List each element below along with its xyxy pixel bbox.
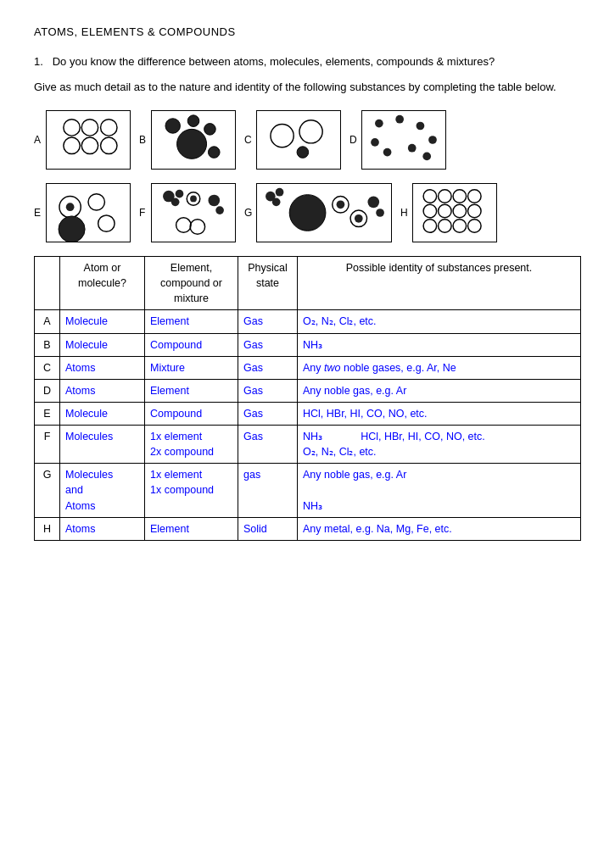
row-D-col4: Any noble gas, e.g. Ar <box>298 379 581 402</box>
row-label-B: B <box>35 333 60 356</box>
diagram-B-label: B <box>139 134 148 146</box>
svg-point-12 <box>299 120 322 143</box>
diagram-A-wrapper: A <box>34 110 131 170</box>
row-label-G: G <box>35 464 60 517</box>
answer-table: Atom ormolecule? Element,compound ormixt… <box>34 256 581 541</box>
svg-point-47 <box>439 190 452 203</box>
svg-point-28 <box>176 190 184 198</box>
svg-point-56 <box>453 220 467 233</box>
row-A-col3: Gas <box>238 310 298 333</box>
svg-point-21 <box>422 153 431 161</box>
svg-point-10 <box>208 147 220 159</box>
table-header-4: Possible identity of substances present. <box>298 257 581 310</box>
row-C-col3: Gas <box>238 356 298 379</box>
row-F-col4: NH₃ HCl, HBr, HI, CO, NO, etc.O₂, N₂, Cl… <box>298 426 581 464</box>
table-row-E: E Molecule Compound Gas HCl, HBr, HI, CO… <box>35 402 581 425</box>
row-H-col2: Element <box>145 517 238 540</box>
svg-point-51 <box>439 204 452 218</box>
svg-point-44 <box>367 197 379 209</box>
svg-point-2 <box>64 137 80 153</box>
diagram-F-label: F <box>139 207 148 219</box>
row-G-col2: 1x element1x compound <box>145 464 238 517</box>
row-G-col1: MoleculesandAtoms <box>60 464 145 517</box>
question-text: 1. Do you know the difference between at… <box>34 53 581 70</box>
diagram-D <box>361 110 446 170</box>
diagram-E <box>46 183 131 242</box>
row-H-col1: Atoms <box>60 517 145 540</box>
table-header-3: Physicalstate <box>238 257 298 310</box>
diagram-D-label: D <box>349 134 358 146</box>
row-F-col2: 1x element2x compound <box>145 426 238 464</box>
row-B-col2: Compound <box>145 333 238 356</box>
diagram-C-wrapper: C <box>244 110 341 170</box>
svg-point-45 <box>376 209 384 217</box>
row-E-col1: Molecule <box>60 402 145 425</box>
svg-point-14 <box>375 120 383 128</box>
page-title: ATOMS, ELEMENTS & COMPOUNDS <box>34 25 581 38</box>
svg-point-25 <box>59 216 85 242</box>
diagrams-row-1: A B C <box>34 110 581 170</box>
diagram-E-label: E <box>34 207 42 219</box>
table-row-F: F Molecules 1x element2x compound Gas NH… <box>35 426 581 464</box>
row-label-D: D <box>35 379 60 402</box>
svg-point-39 <box>289 195 326 231</box>
svg-point-20 <box>371 138 379 147</box>
svg-point-15 <box>395 115 404 124</box>
diagram-H-wrapper: H <box>400 183 497 242</box>
row-E-col3: Gas <box>238 402 298 425</box>
svg-point-34 <box>208 195 220 207</box>
row-B-col1: Molecule <box>60 333 145 356</box>
svg-point-26 <box>98 215 115 231</box>
row-C-col2: Mixture <box>145 356 238 379</box>
svg-point-52 <box>453 204 467 218</box>
row-label-E: E <box>35 402 60 425</box>
svg-point-57 <box>468 220 482 233</box>
diagram-B-wrapper: B <box>139 110 236 170</box>
table-header-1: Atom ormolecule? <box>60 257 145 310</box>
table-row-A: A Molecule Element Gas O₂, N₂, Cl₂, etc. <box>35 310 581 333</box>
row-E-col4: HCl, HBr, HI, CO, NO, etc. <box>298 402 581 425</box>
svg-point-5 <box>101 137 117 153</box>
row-label-A: A <box>35 310 60 333</box>
table-row-C: C Atoms Mixture Gas Any two noble gases,… <box>35 356 581 379</box>
svg-point-55 <box>439 220 452 233</box>
svg-point-46 <box>423 190 437 203</box>
svg-point-11 <box>271 125 294 147</box>
svg-point-19 <box>383 148 392 157</box>
diagram-A-label: A <box>34 134 42 146</box>
svg-point-48 <box>453 190 467 203</box>
svg-point-54 <box>423 220 437 233</box>
question-section: 1. Do you know the difference between at… <box>34 53 581 95</box>
diagram-F <box>151 183 236 242</box>
svg-point-32 <box>176 218 191 232</box>
table-row-B: B Molecule Compound Gas NH₃ <box>35 333 581 356</box>
svg-point-33 <box>190 220 204 234</box>
svg-point-29 <box>171 198 180 207</box>
sub-text: Give as much detail as to the nature and… <box>34 79 581 96</box>
diagram-C-label: C <box>244 134 253 146</box>
svg-point-53 <box>468 204 482 218</box>
table-row-D: D Atoms Element Gas Any noble gas, e.g. … <box>35 379 581 402</box>
svg-point-4 <box>101 120 117 136</box>
diagram-B <box>151 110 236 170</box>
diagram-G-wrapper: G <box>244 183 392 242</box>
row-D-col3: Gas <box>238 379 298 402</box>
row-label-C: C <box>35 356 60 379</box>
row-H-col3: Solid <box>238 517 298 540</box>
row-D-col2: Element <box>145 379 238 402</box>
row-D-col1: Atoms <box>60 379 145 402</box>
table-row-G: G MoleculesandAtoms 1x element1x compoun… <box>35 464 581 517</box>
svg-point-37 <box>276 188 284 197</box>
svg-point-3 <box>81 137 98 153</box>
svg-point-7 <box>165 119 180 133</box>
svg-point-18 <box>408 144 417 153</box>
row-F-col3: Gas <box>238 426 298 464</box>
diagram-A <box>46 110 131 170</box>
svg-point-38 <box>272 198 281 207</box>
row-A-col2: Element <box>145 310 238 333</box>
diagram-H <box>412 183 497 242</box>
row-B-col3: Gas <box>238 333 298 356</box>
svg-point-9 <box>204 124 216 136</box>
row-A-col1: Molecule <box>60 310 145 333</box>
diagram-G-label: G <box>244 207 253 219</box>
